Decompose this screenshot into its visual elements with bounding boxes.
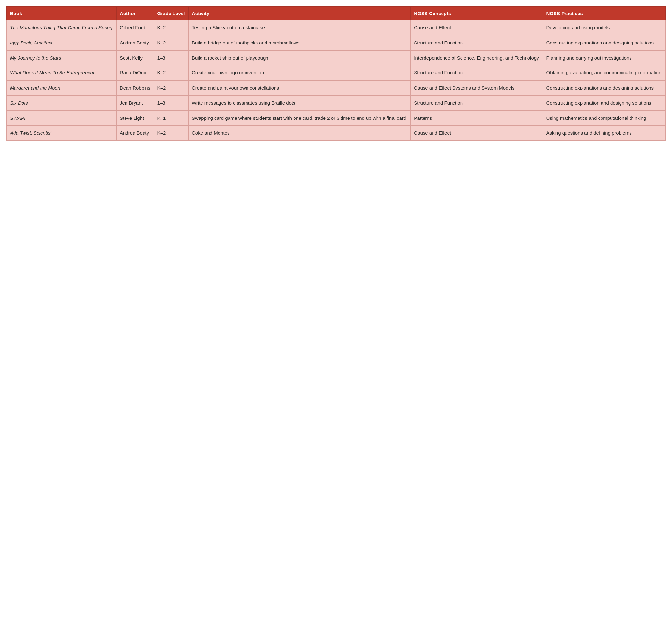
cell-ngss_practices: Asking questions and defining problems — [543, 125, 665, 141]
cell-book: SWAP! — [7, 111, 117, 125]
header-cell-grade-level: Grade Level — [154, 7, 188, 20]
cell-activity: Build a rocket ship out of playdough — [188, 50, 410, 65]
cell-activity: Create your own logo or invention — [188, 65, 410, 80]
cell-grade: K–2 — [154, 125, 188, 141]
cell-activity: Build a bridge out of toothpicks and mar… — [188, 35, 410, 50]
cell-activity: Testing a Slinky out on a staircase — [188, 20, 410, 36]
cell-author: Dean Robbins — [117, 80, 154, 96]
cell-author: Rana DiOrio — [117, 65, 154, 80]
table-row: Iggy Peck, ArchitectAndrea BeatyK–2Build… — [7, 35, 666, 50]
header-cell-ngss-concepts: NGSS Concepts — [411, 7, 543, 20]
cell-grade: K–2 — [154, 80, 188, 96]
cell-grade: 1–3 — [154, 50, 188, 65]
header-cell-author: Author — [117, 7, 154, 20]
cell-author: Andrea Beaty — [117, 35, 154, 50]
table-row: Margaret and the MoonDean RobbinsK–2Crea… — [7, 80, 666, 96]
cell-book: Margaret and the Moon — [7, 80, 117, 96]
cell-ngss_concepts: Patterns — [411, 111, 543, 125]
cell-author: Scott Kelly — [117, 50, 154, 65]
cell-book: Six Dots — [7, 95, 117, 111]
main-table: BookAuthorGrade LevelActivityNGSS Concep… — [6, 6, 666, 141]
cell-book: Iggy Peck, Architect — [7, 35, 117, 50]
cell-grade: 1–3 — [154, 95, 188, 111]
table-row: The Marvelous Thing That Came From a Spr… — [7, 20, 666, 36]
cell-ngss_concepts: Interdependence of Science, Engineering,… — [411, 50, 543, 65]
table-row: My Journey to the StarsScott Kelly1–3Bui… — [7, 50, 666, 65]
table-row: What Does It Mean To Be EntrepreneurRana… — [7, 65, 666, 80]
cell-ngss_practices: Using mathematics and computational thin… — [543, 111, 665, 125]
table-row: Ada Twist, ScientistAndrea BeatyK–2Coke … — [7, 125, 666, 141]
table-row: SWAP!Steve LightK–1Swapping card game wh… — [7, 111, 666, 125]
cell-author: Gilbert Ford — [117, 20, 154, 36]
table-row: Six DotsJen Bryant1–3Write messages to c… — [7, 95, 666, 111]
cell-ngss_practices: Developing and using models — [543, 20, 665, 36]
cell-activity: Create and paint your own constellations — [188, 80, 410, 96]
cell-ngss_concepts: Cause and Effect Systems and System Mode… — [411, 80, 543, 96]
cell-ngss_concepts: Structure and Function — [411, 65, 543, 80]
cell-ngss_practices: Constructing explanation and designing s… — [543, 95, 665, 111]
header-cell-ngss-practices: NGSS Practices — [543, 7, 665, 20]
cell-book: My Journey to the Stars — [7, 50, 117, 65]
cell-author: Andrea Beaty — [117, 125, 154, 141]
cell-ngss_concepts: Structure and Function — [411, 35, 543, 50]
cell-ngss_practices: Planning and carrying out investigations — [543, 50, 665, 65]
cell-activity: Swapping card game where students start … — [188, 111, 410, 125]
cell-book: Ada Twist, Scientist — [7, 125, 117, 141]
cell-author: Steve Light — [117, 111, 154, 125]
header-row: BookAuthorGrade LevelActivityNGSS Concep… — [7, 7, 666, 20]
cell-book: What Does It Mean To Be Entrepreneur — [7, 65, 117, 80]
cell-ngss_concepts: Cause and Effect — [411, 20, 543, 36]
cell-author: Jen Bryant — [117, 95, 154, 111]
cell-grade: K–2 — [154, 65, 188, 80]
cell-ngss_practices: Obtaining, evaluating, and communicating… — [543, 65, 665, 80]
cell-ngss_practices: Constructing explanations and designing … — [543, 80, 665, 96]
cell-grade: K–2 — [154, 20, 188, 36]
cell-ngss_concepts: Structure and Function — [411, 95, 543, 111]
cell-book: The Marvelous Thing That Came From a Spr… — [7, 20, 117, 36]
cell-grade: K–2 — [154, 35, 188, 50]
cell-activity: Write messages to classmates using Brail… — [188, 95, 410, 111]
cell-ngss_concepts: Cause and Effect — [411, 125, 543, 141]
cell-activity: Coke and Mentos — [188, 125, 410, 141]
cell-ngss_practices: Constructing explanations and designing … — [543, 35, 665, 50]
header-cell-activity: Activity — [188, 7, 410, 20]
header-cell-book: Book — [7, 7, 117, 20]
cell-grade: K–1 — [154, 111, 188, 125]
